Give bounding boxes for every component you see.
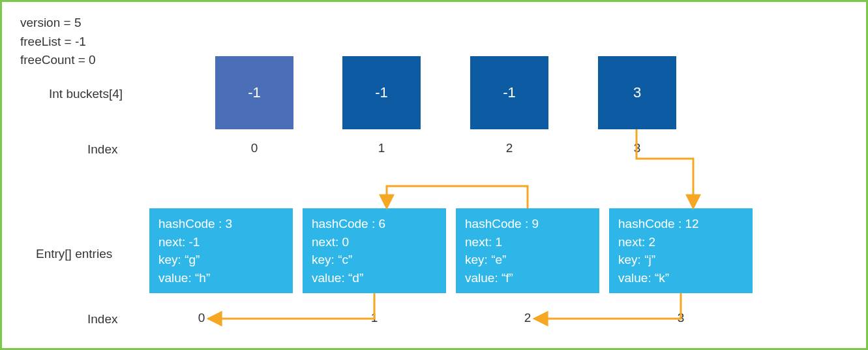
entry-1: hashCode : 6 next: 0 key: “c” value: “d” <box>303 208 446 293</box>
entry-index-0: 0 <box>182 311 221 325</box>
bucket-0-value: -1 <box>248 84 261 101</box>
bucket-index-1: 1 <box>342 141 421 155</box>
state-version: version = 5 <box>20 14 96 33</box>
bucket-3: 3 <box>598 56 676 129</box>
label-buckets: Int buckets[4] <box>49 87 123 101</box>
bucket-1-value: -1 <box>375 84 388 101</box>
label-entries: Entry[] entries <box>36 247 112 261</box>
entry-2-next: next: 1 <box>465 233 590 251</box>
bucket-3-value: 3 <box>633 84 641 101</box>
entry-1-key: key: “c” <box>312 251 437 269</box>
entry-0-next: next: -1 <box>158 233 284 251</box>
entry-3: hashCode : 12 next: 2 key: “j” value: “k… <box>609 208 753 293</box>
state-block: version = 5 freeList = -1 freeCount = 0 <box>20 14 96 70</box>
entry-3-hash: hashCode : 12 <box>618 215 743 233</box>
bucket-2: -1 <box>470 56 548 129</box>
entry-1-value: value: “d” <box>312 269 437 287</box>
entry-1-hash: hashCode : 6 <box>312 215 437 233</box>
entry-0-hash: hashCode : 3 <box>158 215 284 233</box>
entry-3-value: value: “k” <box>618 269 743 287</box>
entry-0-value: value: “h” <box>158 269 284 287</box>
bucket-2-value: -1 <box>503 84 516 101</box>
entry-3-key: key: “j” <box>618 251 743 269</box>
bucket-1: -1 <box>342 56 421 129</box>
bucket-0: -1 <box>215 56 293 129</box>
entry-index-2: 2 <box>508 311 547 325</box>
entry-2-hash: hashCode : 9 <box>465 215 590 233</box>
entry-3-next: next: 2 <box>618 233 743 251</box>
entry-2-key: key: “e” <box>465 251 590 269</box>
bucket-index-3: 3 <box>598 141 676 155</box>
entry-index-3: 3 <box>661 311 700 325</box>
entry-0: hashCode : 3 next: -1 key: “g” value: “h… <box>149 208 293 293</box>
arrows-overlay <box>2 2 868 350</box>
state-freecount: freeCount = 0 <box>20 51 96 70</box>
entry-index-1: 1 <box>355 311 394 325</box>
entry-2: hashCode : 9 next: 1 key: “e” value: “f” <box>456 208 599 293</box>
bucket-index-0: 0 <box>215 141 293 155</box>
state-freelist: freeList = -1 <box>20 33 96 52</box>
entry-2-value: value: “f” <box>465 269 590 287</box>
entry-0-key: key: “g” <box>158 251 284 269</box>
label-index-bottom: Index <box>87 312 117 326</box>
label-index-top: Index <box>87 142 117 157</box>
bucket-index-2: 2 <box>470 141 548 155</box>
diagram-frame: version = 5 freeList = -1 freeCount = 0 … <box>0 0 868 350</box>
entry-1-next: next: 0 <box>312 233 437 251</box>
